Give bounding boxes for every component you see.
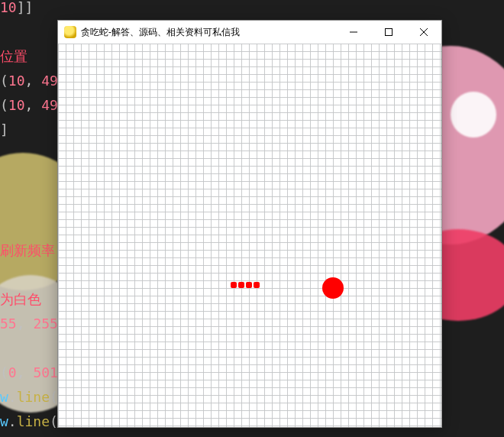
window-title: 贪吃蛇-解答、源码、相关资料可私信我 xyxy=(81,26,240,39)
code-line: 为白色 xyxy=(0,287,41,312)
game-canvas[interactable] xyxy=(58,44,441,427)
app-icon xyxy=(64,26,76,38)
snake-body xyxy=(231,282,237,288)
code-line: 55, 255 xyxy=(0,312,58,336)
app-window: 贪吃蛇-解答、源码、相关资料可私信我 xyxy=(57,20,442,428)
code-line: ] xyxy=(0,118,8,142)
maximize-button[interactable] xyxy=(371,21,406,44)
snake-body xyxy=(238,282,244,288)
code-line: (0, 501 xyxy=(0,361,58,385)
title-bar[interactable]: 贪吃蛇-解答、源码、相关资料可私信我 xyxy=(58,21,441,44)
code-line: 位置 xyxy=(0,44,27,69)
food xyxy=(322,277,344,299)
code-line: 10]] xyxy=(0,0,33,20)
minimize-button[interactable] xyxy=(336,21,371,44)
snake-head xyxy=(254,282,260,288)
svg-rect-1 xyxy=(386,29,393,36)
close-button[interactable] xyxy=(406,21,441,44)
code-line: (10, 49 xyxy=(0,69,58,93)
snake-body xyxy=(246,282,252,288)
code-line: (10, 49 xyxy=(0,93,58,118)
code-line: w.line( xyxy=(0,385,58,409)
code-line: 刷新频率 xyxy=(0,238,55,263)
